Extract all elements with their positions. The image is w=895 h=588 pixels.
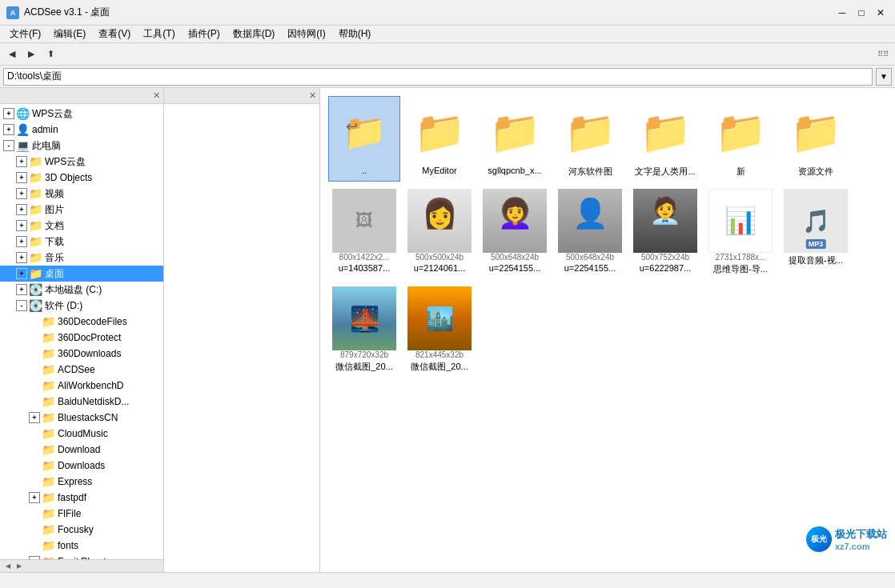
file-name-up: .. <box>362 166 367 175</box>
file-item-myeditor[interactable]: 📁 MyEditor <box>403 96 476 182</box>
file-item-wx-city[interactable]: 821x445x32b 微信截图_20... <box>403 282 476 377</box>
tree-item-music[interactable]: + 📁 音乐 <box>0 250 163 266</box>
up-button[interactable]: ⬆ <box>42 46 60 62</box>
tree-item-360doc[interactable]: 📁 360DocProtect <box>0 330 163 346</box>
scroll-right[interactable]: ▶ <box>14 562 24 571</box>
file-item-u22542[interactable]: 500x648x24b u=2254155... <box>554 185 626 279</box>
file-item-mindmap[interactable]: 2731x1788x... 思维导图-导... <box>704 185 777 279</box>
tree-item-docs[interactable]: + 📁 文档 <box>0 218 163 234</box>
expand-3d[interactable]: + <box>16 172 27 183</box>
expand-music[interactable]: + <box>16 252 27 263</box>
menu-view[interactable]: 查看(V) <box>92 26 137 42</box>
tree-item-thispc[interactable]: - 💻 此电脑 <box>0 138 163 154</box>
tree-item-video[interactable]: + 📁 视频 <box>0 186 163 202</box>
file-item-audio[interactable]: 🎵 MP3 提取音频-视... <box>780 185 852 279</box>
tree-item-download[interactable]: 📁 Download <box>0 442 163 458</box>
expand-admin[interactable]: + <box>3 124 14 135</box>
tree-item-desktop[interactable]: + 📁 桌面 <box>0 266 163 282</box>
folder-icon-cloudmusic: 📁 <box>42 427 55 440</box>
tree-item-baidunetdisk[interactable]: 📁 BaiduNetdiskD... <box>0 394 163 410</box>
file-item-u6222[interactable]: 500x752x24b u=6222987... <box>629 185 701 279</box>
file-thumb-u22541 <box>483 189 547 253</box>
watermark-line1: 极光下载站 <box>835 527 887 542</box>
expand-thispc[interactable]: - <box>3 140 14 151</box>
file-name-audio: 提取音频-视... <box>789 254 843 266</box>
address-dropdown-button[interactable]: ▼ <box>876 68 892 86</box>
tree-item-aliwork[interactable]: 📁 AliWorkbenchD <box>0 378 163 394</box>
file-name-hedong: 河东软件图 <box>568 166 612 178</box>
tree-item-express[interactable]: 📁 Express <box>0 474 163 490</box>
tree-label-drive-c: 本地磁盘 (C:) <box>45 283 102 297</box>
file-name-wenzi: 文字是人类用... <box>635 166 695 178</box>
tree-item-cloudmusic[interactable]: 📁 CloudMusic <box>0 426 163 442</box>
menu-help[interactable]: 帮助(H) <box>332 26 378 42</box>
tree-item-foxit[interactable]: + 📁 Foxit Phantom <box>0 554 163 559</box>
tree-item-flfile[interactable]: 📁 FlFile <box>0 506 163 522</box>
menu-database[interactable]: 数据库(D) <box>227 26 282 42</box>
file-item-hedong[interactable]: 📁 河东软件图 <box>554 96 626 182</box>
tree-item-fonts[interactable]: 📁 fonts <box>0 538 163 554</box>
menu-internet[interactable]: 因特网(I) <box>281 26 331 42</box>
file-item-ziyuan[interactable]: 📁 资源文件 <box>780 96 852 182</box>
middle-panel-content <box>164 104 319 572</box>
scroll-left[interactable]: ◀ <box>3 562 13 571</box>
menu-file[interactable]: 文件(F) <box>3 26 47 42</box>
minimize-button[interactable]: ─ <box>834 5 850 21</box>
expand-drive-d[interactable]: - <box>16 300 27 311</box>
file-item-up[interactable]: 📁 ↩ .. <box>328 96 400 182</box>
folder-icon-bluestacks: 📁 <box>42 411 55 424</box>
tree-item-downloads-l1[interactable]: + 📁 下载 <box>0 234 163 250</box>
tree-item-360decode[interactable]: 📁 360DecodeFiles <box>0 314 163 330</box>
tree-item-images[interactable]: + 📁 图片 <box>0 202 163 218</box>
panel-header: ✕ <box>0 88 163 104</box>
file-item-wenzi[interactable]: 📁 文字是人类用... <box>629 96 701 182</box>
expand-downloads-l1[interactable]: + <box>16 236 27 247</box>
tree-label-images: 图片 <box>45 203 64 217</box>
folder-icon-aliwork: 📁 <box>42 379 55 392</box>
file-name-wx-bridge: 微信截图_20... <box>335 361 393 373</box>
file-item-sgll[interactable]: 📁 sgllqpcnb_x... <box>479 96 551 182</box>
expand-wps-l1[interactable]: + <box>16 156 27 167</box>
expand-desktop[interactable]: + <box>16 268 27 279</box>
file-item-u22541[interactable]: 500x648x24b u=2254155... <box>479 185 551 279</box>
middle-panel-close[interactable]: ✕ <box>309 90 316 101</box>
tree-item-fastpdf[interactable]: + 📁 fastpdf <box>0 490 163 506</box>
tree-item-drive-d[interactable]: - 💽 软件 (D:) <box>0 298 163 314</box>
menu-plugins[interactable]: 插件(P) <box>182 26 227 42</box>
expand-drive-c[interactable]: + <box>16 284 27 295</box>
tree-item-bluestacks[interactable]: + 📁 BluestacksCN <box>0 410 163 426</box>
tree-item-3d[interactable]: + 📁 3D Objects <box>0 170 163 186</box>
forward-button[interactable]: ▶ <box>22 46 40 62</box>
expand-fastpdf[interactable]: + <box>29 492 40 503</box>
file-item-u1403[interactable]: 🖼 800x1422x2... u=1403587... <box>328 185 400 279</box>
maximize-button[interactable]: □ <box>853 5 869 21</box>
folder-icon-video: 📁 <box>29 187 42 200</box>
folder-tree[interactable]: + 🌐 WPS云盘 + 👤 admin - 💻 此电脑 + 📁 WPS云盘 <box>0 104 163 559</box>
panel-close-button[interactable]: ✕ <box>153 90 160 101</box>
file-name-u22542: u=2254155... <box>564 263 616 273</box>
file-thumb-hedong: 📁 <box>558 100 622 164</box>
expand-docs[interactable]: + <box>16 220 27 231</box>
tree-item-admin[interactable]: + 👤 admin <box>0 122 163 138</box>
tree-item-downloads[interactable]: 📁 Downloads <box>0 458 163 474</box>
menu-edit[interactable]: 编辑(E) <box>47 26 92 42</box>
back-button[interactable]: ◀ <box>3 46 21 62</box>
tree-item-360dl[interactable]: 📁 360Downloads <box>0 346 163 362</box>
expand-video[interactable]: + <box>16 188 27 199</box>
file-item-new[interactable]: 📁 新 <box>704 96 777 182</box>
menu-tools[interactable]: 工具(T) <box>137 26 181 42</box>
file-info-u22542-dim: 500x648x24b <box>566 253 614 262</box>
expand-bluestacks[interactable]: + <box>29 412 40 423</box>
file-item-u2124[interactable]: 500x500x24b u=2124061... <box>403 185 476 279</box>
tree-item-wps-cloud[interactable]: + 🌐 WPS云盘 <box>0 106 163 122</box>
file-item-wx-bridge[interactable]: 879x720x32b 微信截图_20... <box>328 282 400 377</box>
expand-wps-cloud[interactable]: + <box>3 108 14 119</box>
tree-item-drive-c[interactable]: + 💽 本地磁盘 (C:) <box>0 282 163 298</box>
file-thumb-audio: 🎵 MP3 <box>784 189 848 253</box>
tree-item-wps-l1[interactable]: + 📁 WPS云盘 <box>0 154 163 170</box>
tree-item-focusky[interactable]: 📁 Focusky <box>0 522 163 538</box>
close-button[interactable]: ✕ <box>873 5 889 21</box>
expand-images[interactable]: + <box>16 204 27 215</box>
tree-item-acdsee[interactable]: 📁 ACDSee <box>0 362 163 378</box>
address-input[interactable] <box>3 68 873 86</box>
